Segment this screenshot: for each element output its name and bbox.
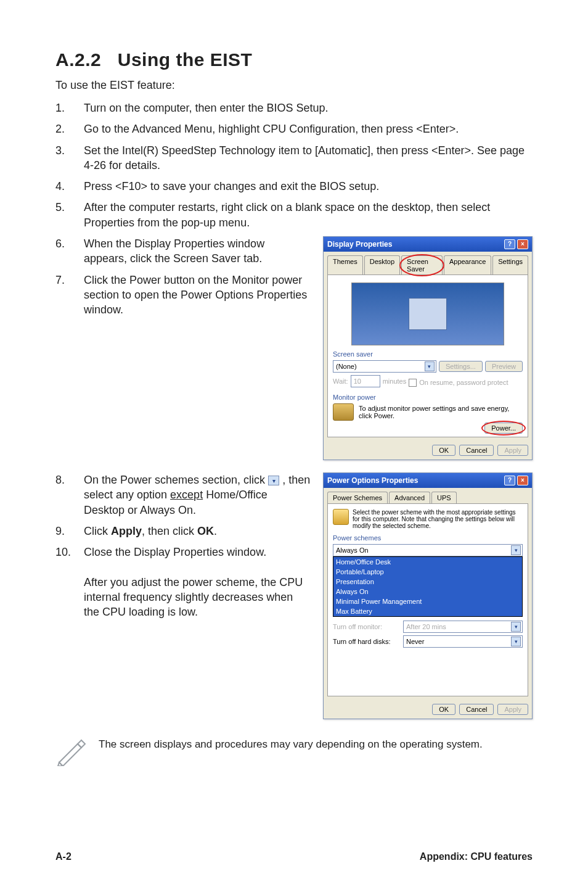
step-text: On the Power schemes section, click ▾ , … — [84, 472, 311, 518]
text: On the Power schemes section, click — [84, 474, 268, 486]
dropdown-option[interactable]: Portable/Laptop — [333, 567, 522, 577]
tab-advanced[interactable]: Advanced — [389, 492, 430, 503]
resume-label: On resume, password protect — [419, 379, 508, 386]
step-number: 6. — [55, 236, 69, 266]
list-item: 2. Go to the Advanced Menu, highlight CP… — [55, 122, 533, 136]
select-value: Always On — [336, 547, 369, 554]
select-value: After 20 mins — [406, 623, 446, 630]
tab-settings[interactable]: Settings — [492, 255, 528, 274]
text-bold: Apply — [111, 525, 142, 537]
wait-spinner[interactable]: 10 — [351, 375, 380, 387]
text: Click — [84, 525, 111, 537]
text: After you adjust the power scheme, the C… — [84, 576, 303, 619]
list-item: 8. On the Power schemes section, click ▾… — [55, 472, 311, 518]
tab-strip: Power Schemes Advanced UPS — [324, 488, 532, 503]
apply-button[interactable]: Apply — [497, 445, 528, 456]
settings-button[interactable]: Settings... — [439, 361, 483, 372]
dropdown-option[interactable]: Minimal Power Management — [333, 596, 522, 606]
power-scheme-dropdown[interactable]: Always On ▾ Home/Office Desk Portable/La… — [333, 544, 523, 617]
scheme-description: Select the power scheme with the most ap… — [353, 509, 523, 529]
wait-row: Wait: 10 minutes On resume, password pro… — [333, 375, 523, 387]
tab-ups[interactable]: UPS — [431, 492, 457, 503]
turn-off-monitor-label: Turn off monitor: — [333, 623, 401, 630]
step-number: 1. — [55, 101, 69, 115]
screensaver-group-label: Screen saver — [333, 350, 523, 358]
list-item: 3. Set the Intel(R) SpeedStep Technology… — [55, 143, 533, 173]
monitor-icon — [333, 403, 354, 421]
section-title-text: Using the EIST — [118, 49, 253, 70]
turn-off-hard-disks-select[interactable]: Never ▾ — [403, 635, 523, 648]
step-text: Close the Display Properties window. Aft… — [84, 545, 311, 619]
wait-label: Wait: — [333, 377, 348, 385]
step-number: 10. — [55, 545, 69, 619]
step-text: Go to the Advanced Menu, highlight CPU C… — [84, 122, 533, 136]
step-number: 5. — [55, 200, 69, 230]
text: , then click — [142, 525, 197, 537]
page-number: A-2 — [55, 851, 71, 862]
step-text: After the computer restarts, right click… — [84, 200, 533, 230]
power-button[interactable]: Power... — [484, 423, 523, 434]
chevron-down-icon: ▾ — [511, 622, 521, 632]
section-number: A.2.2 — [55, 49, 101, 70]
close-button[interactable]: × — [517, 239, 528, 249]
tab-desktop[interactable]: Desktop — [364, 255, 400, 274]
dropdown-option[interactable]: Presentation — [333, 577, 522, 587]
power-schemes-label: Power schemes — [333, 534, 523, 542]
select-value: (None) — [336, 363, 357, 370]
list-item: 9. Click Apply, then click OK. — [55, 524, 311, 538]
wait-min: minutes — [383, 377, 407, 385]
text: . — [214, 525, 217, 537]
steps-list-1b: 6. When the Display Properties window ap… — [55, 236, 311, 317]
step-number: 9. — [55, 524, 69, 538]
resume-checkbox[interactable] — [409, 379, 417, 387]
step-text: Click the Power button on the Monitor po… — [84, 273, 311, 318]
tab-screen-saver[interactable]: Screen Saver — [401, 255, 443, 274]
close-button[interactable]: × — [517, 476, 528, 485]
note-text: The screen displays and procedures may v… — [99, 738, 483, 752]
chevron-down-icon: ▾ — [511, 637, 521, 646]
power-options-dialog: Power Options Properties ? × Power Schem… — [323, 472, 533, 719]
steps-with-dialog-1: 6. When the Display Properties window ap… — [55, 236, 533, 460]
tab-strip: Themes Desktop Screen Saver Appearance S… — [324, 252, 532, 274]
text-bold: OK — [197, 525, 214, 537]
dialog-title: Power Options Properties — [327, 476, 418, 485]
tab-panel: Select the power scheme with the most ap… — [327, 503, 528, 696]
wait-value: 10 — [354, 377, 361, 385]
dropdown-arrow-icon[interactable]: ▾ — [268, 476, 279, 485]
tab-appearance[interactable]: Appearance — [444, 255, 491, 274]
text-underline: except — [170, 489, 203, 501]
step-text: When the Display Properties window appea… — [84, 236, 311, 266]
help-button[interactable]: ? — [504, 476, 515, 485]
cancel-button[interactable]: Cancel — [459, 445, 494, 456]
dropdown-option[interactable]: Always On — [333, 587, 522, 596]
pencil-icon — [55, 738, 86, 766]
display-properties-dialog: Display Properties ? × Themes Desktop Sc… — [323, 236, 533, 460]
chevron-down-icon: ▾ — [425, 361, 435, 371]
dropdown-option[interactable]: Max Battery — [333, 606, 522, 616]
battery-icon — [333, 509, 349, 525]
screensaver-select[interactable]: (None) ▾ — [333, 360, 436, 373]
tab-power-schemes[interactable]: Power Schemes — [327, 492, 388, 503]
dialog-title: Display Properties — [327, 240, 392, 249]
section-heading: A.2.2 Using the EIST — [55, 49, 533, 70]
preview-button[interactable]: Preview — [485, 361, 523, 372]
intro-text: To use the EIST feature: — [55, 79, 533, 92]
turn-off-hard-disks-label: Turn off hard disks: — [333, 638, 401, 645]
turn-off-monitor-select[interactable]: After 20 mins ▾ — [403, 621, 523, 633]
list-item: 7. Click the Power button on the Monitor… — [55, 273, 311, 318]
tab-themes[interactable]: Themes — [327, 255, 363, 274]
ok-button[interactable]: OK — [432, 704, 455, 715]
cancel-button[interactable]: Cancel — [459, 704, 494, 715]
steps-list-2: 8. On the Power schemes section, click ▾… — [55, 472, 311, 620]
list-item: 5. After the computer restarts, right cl… — [55, 200, 533, 230]
text: Close the Display Properties window. — [84, 546, 266, 558]
steps-with-dialog-2: 8. On the Power schemes section, click ▾… — [55, 472, 533, 719]
help-button[interactable]: ? — [504, 239, 515, 249]
dropdown-option[interactable]: Home/Office Desk — [333, 557, 522, 567]
step-text: Turn on the computer, then enter the BIO… — [84, 101, 533, 115]
ok-button[interactable]: OK — [432, 445, 455, 456]
apply-button[interactable]: Apply — [497, 704, 528, 715]
dropdown-list: Home/Office Desk Portable/Laptop Present… — [333, 556, 523, 617]
page: A.2.2 Using the EIST To use the EIST fea… — [0, 0, 588, 887]
monitor-power-text: To adjust monitor power settings and sav… — [359, 405, 523, 419]
